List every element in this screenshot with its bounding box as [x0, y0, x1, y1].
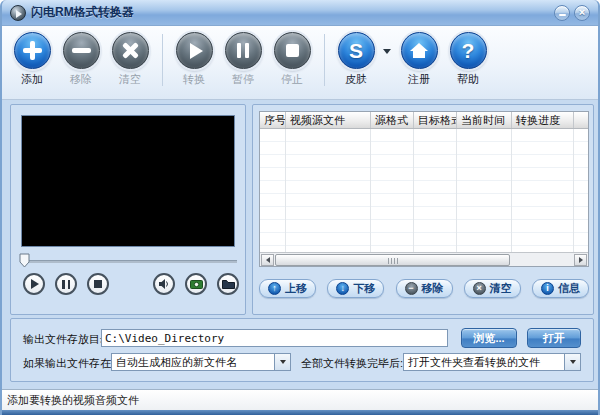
clear-button[interactable]: 清空 [108, 32, 152, 87]
pause-icon [62, 280, 70, 289]
convert-label: 转换 [183, 72, 205, 87]
preview-pause-button[interactable] [55, 273, 77, 295]
open-dir-button[interactable]: 打开 [527, 328, 581, 348]
stop-icon [274, 32, 311, 69]
player-controls [11, 273, 245, 297]
column-header-source[interactable]: 视频源文件 [286, 112, 371, 128]
after-convert-combobox[interactable]: 打开文件夹查看转换的文件 [403, 353, 581, 371]
table-body[interactable] [260, 129, 588, 254]
add-button[interactable]: 添加 [10, 32, 54, 87]
table-column [371, 129, 414, 254]
minimize-button[interactable] [554, 5, 570, 21]
column-header-index[interactable]: 序号 [260, 112, 286, 128]
play-icon [31, 279, 39, 289]
pause-icon [225, 32, 262, 69]
open-folder-button[interactable] [217, 273, 239, 295]
chevron-down-icon[interactable] [564, 354, 580, 370]
after-convert-label: 全部文件转换完毕后: [301, 356, 403, 371]
close-button[interactable]: × [574, 5, 590, 21]
arrow-down-icon: ↓ [336, 282, 349, 295]
clear-list-button[interactable]: × 清空 [464, 279, 521, 298]
minimize-icon [559, 14, 566, 16]
column-header-time[interactable]: 当前时间 [457, 112, 512, 128]
plus-icon [14, 32, 51, 69]
output-settings-panel: 输出文件存放目录: 浏览... 打开 如果输出文件存在: 自动生成相应的新文件名… [10, 318, 594, 382]
info-button[interactable]: i 信息 [532, 279, 589, 298]
help-icon: ? [450, 32, 487, 69]
convert-button[interactable]: 转换 [172, 32, 216, 87]
column-header-progress[interactable]: 转换进度 [512, 112, 574, 128]
mute-button[interactable] [153, 273, 175, 295]
clear-label: 清空 [119, 72, 141, 87]
toolbar: 添加 移除 清空 转换 暂停 停止 S 皮肤 [2, 26, 598, 100]
list-actions: ↑ 上移 ↓ 下移 − 移除 × 清空 i 信息 [259, 279, 589, 298]
remove-button[interactable]: 移除 [59, 32, 103, 87]
register-button[interactable]: 注册 [397, 32, 441, 87]
toolbar-separator [324, 34, 325, 86]
remove-item-button[interactable]: − 移除 [396, 279, 453, 298]
table-column [414, 129, 457, 254]
exists-combobox[interactable]: 自动生成相应的新文件名 [111, 353, 291, 371]
snapshot-button[interactable] [185, 273, 207, 295]
horizontal-scrollbar[interactable] [260, 252, 588, 266]
preview-stop-button[interactable] [87, 273, 109, 295]
stop-label: 停止 [281, 72, 303, 87]
titlebar-left: 闪电RM格式转换器 [10, 4, 134, 21]
register-label: 注册 [408, 72, 430, 87]
app-logo-icon [10, 5, 26, 21]
folder-icon [222, 279, 235, 290]
seek-thumb-icon[interactable] [19, 253, 30, 272]
stop-button[interactable]: 停止 [270, 32, 314, 87]
scroll-right-icon[interactable] [574, 254, 587, 266]
output-dir-input[interactable] [101, 329, 448, 347]
app-window: 闪电RM格式转换器 × 添加 移除 清空 转换 暂停 [0, 0, 600, 415]
remove-item-label: 移除 [422, 281, 444, 296]
skin-dropdown-icon[interactable] [383, 49, 391, 54]
seek-track[interactable] [21, 260, 237, 263]
scroll-left-icon[interactable] [261, 254, 274, 266]
home-icon [401, 32, 438, 69]
status-text: 添加要转换的视频音频文件 [7, 394, 139, 406]
table-column [457, 129, 512, 254]
arrow-up-icon: ↑ [268, 282, 281, 295]
minus-icon [63, 32, 100, 69]
window-bottom-border [2, 410, 598, 415]
move-down-button[interactable]: ↓ 下移 [327, 279, 384, 298]
remove-label: 移除 [70, 72, 92, 87]
help-button[interactable]: ? 帮助 [446, 32, 490, 87]
clear-list-label: 清空 [490, 281, 512, 296]
move-up-button[interactable]: ↑ 上移 [259, 279, 316, 298]
pause-label: 暂停 [232, 72, 254, 87]
exists-label: 如果输出文件存在: [23, 356, 114, 371]
table-header: 序号 视频源文件 源格式 目标格式 当前时间 转换进度 [260, 112, 588, 129]
scrollbar-thumb[interactable] [275, 254, 510, 266]
play-icon [176, 32, 213, 69]
after-convert-value: 打开文件夹查看转换的文件 [404, 355, 564, 370]
speaker-icon [158, 278, 170, 290]
column-header-filler [574, 112, 588, 128]
help-label: 帮助 [457, 72, 479, 87]
column-header-dstfmt[interactable]: 目标格式 [414, 112, 457, 128]
seek-bar[interactable] [19, 252, 239, 268]
info-label: 信息 [558, 281, 580, 296]
status-bar: 添加要转换的视频音频文件 [2, 389, 598, 410]
chevron-down-icon[interactable] [274, 354, 290, 370]
column-header-srcfmt[interactable]: 源格式 [371, 112, 414, 128]
table-column [260, 129, 286, 254]
close-icon: × [579, 7, 585, 18]
info-icon: i [541, 282, 554, 295]
file-table[interactable]: 序号 视频源文件 源格式 目标格式 当前时间 转换进度 [259, 111, 589, 267]
browse-button[interactable]: 浏览... [461, 328, 517, 348]
cross-icon: × [473, 282, 486, 295]
table-column [512, 129, 574, 254]
add-label: 添加 [21, 72, 43, 87]
window-title: 闪电RM格式转换器 [31, 4, 134, 21]
skin-button[interactable]: S 皮肤 [334, 32, 378, 87]
preview-play-button[interactable] [23, 273, 45, 295]
main-content: 序号 视频源文件 源格式 目标格式 当前时间 转换进度 [2, 100, 598, 389]
video-preview [21, 115, 235, 247]
pause-button[interactable]: 暂停 [221, 32, 265, 87]
preview-panel [10, 104, 246, 315]
exists-value: 自动生成相应的新文件名 [112, 355, 274, 370]
table-column [574, 129, 588, 254]
